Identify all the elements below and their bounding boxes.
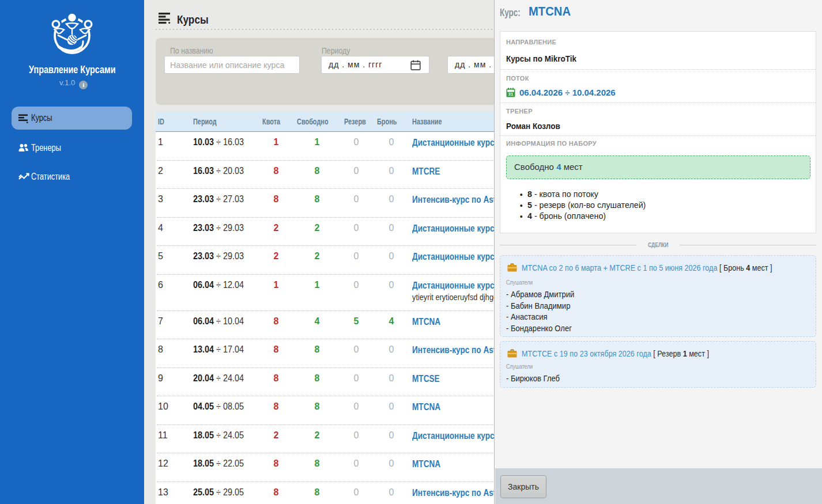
svg-text:31: 31 xyxy=(508,92,513,97)
